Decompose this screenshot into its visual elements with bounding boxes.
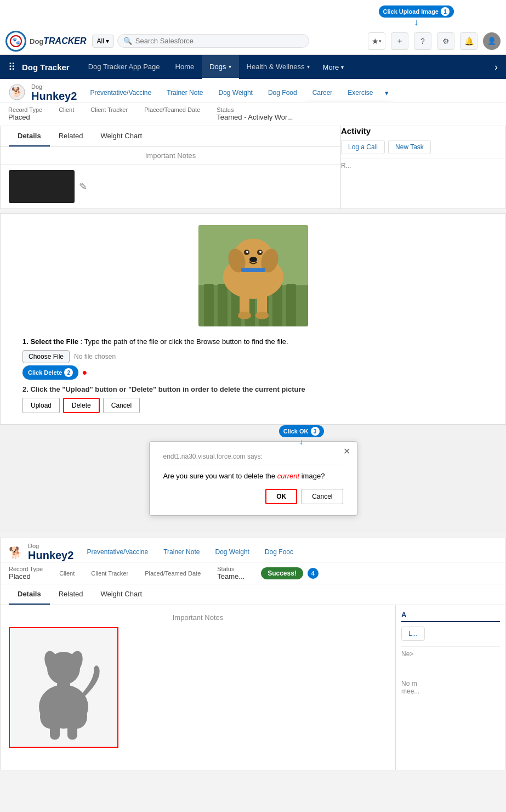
content-tabs: Details Related Weight Chart	[1, 126, 340, 147]
dialog-ok-button[interactable]: OK	[265, 489, 297, 504]
second-record-fields: Record Type Placed Client Client Tracker…	[1, 562, 505, 584]
delete-button[interactable]: Delete	[63, 398, 100, 413]
second-tab-dog-food[interactable]: Dog Fooc	[257, 544, 301, 561]
second-field-placed-date: Placed/Teamed Date	[145, 570, 201, 577]
question-icon: ?	[420, 37, 425, 46]
second-field-client-tracker: Client Tracker	[91, 570, 128, 577]
svg-rect-29	[57, 682, 70, 693]
step1-annotation: Click Upload Image 1	[379, 5, 454, 18]
dialog-cancel-button[interactable]: Cancel	[302, 489, 343, 504]
activity-buttons: Log a Call New Task	[341, 140, 505, 154]
bell-icon: 🔔	[464, 37, 474, 46]
activity-placeholder: R...	[341, 159, 505, 172]
nav-search-area: All ▾ 🔍	[92, 34, 368, 48]
record-type-field-value: Placed	[8, 113, 42, 121]
nav-more-button[interactable]: More ▾	[317, 63, 350, 71]
svg-text:🐕: 🐕	[12, 87, 22, 97]
second-tab-dog-weight[interactable]: Dog Weight	[207, 544, 257, 561]
second-record-name: Hunkey2	[28, 549, 73, 562]
nav-icons: ★ ▾ ＋ ? ⚙ 🔔 👤	[368, 32, 501, 50]
tab-career[interactable]: Career	[305, 84, 340, 102]
svg-rect-5	[218, 284, 228, 326]
second-important-notes: Important Notes	[9, 613, 387, 622]
main-content-area: Details Related Weight Chart Important N…	[0, 126, 506, 209]
all-button[interactable]: All ▾	[92, 35, 114, 48]
add-button[interactable]: ＋	[391, 32, 408, 50]
nav-right-arrow[interactable]: ›	[494, 61, 498, 73]
field-status: Status Teamed - Actively Wor...	[217, 106, 293, 121]
favorites-button[interactable]: ★ ▾	[368, 32, 385, 50]
content-tab-details[interactable]: Details	[9, 126, 50, 146]
status-field-value: Teamed - Actively Wor...	[217, 113, 293, 121]
svg-point-24	[255, 312, 269, 319]
second-tab-related[interactable]: Related	[50, 584, 92, 605]
edit-photo-icon[interactable]: ✎	[79, 181, 87, 193]
dialog-title: eridt1.na30.visual.force.com says:	[163, 453, 343, 465]
dialog-close-button[interactable]: ✕	[343, 446, 350, 456]
settings-button[interactable]: ⚙	[437, 32, 454, 50]
tab-dog-food[interactable]: Dog Food	[260, 84, 305, 102]
second-tab-details[interactable]: Details	[9, 584, 50, 605]
step2-annotation: Click Delete 2	[22, 365, 78, 380]
tracker-label: TRACKER	[43, 36, 86, 46]
second-tab-preventative[interactable]: Preventative/Vaccine	[79, 544, 156, 561]
no-meetings-label: No m mee...	[401, 680, 500, 695]
record-name-area: Dog Hunkey2	[31, 83, 77, 103]
tab-dog-weight[interactable]: Dog Weight	[211, 84, 260, 102]
dialog-message: Are you sure you want to delete the curr…	[163, 472, 343, 480]
top-navigation: 🐾 DogTRACKER All ▾ 🔍 ★ ▾ ＋	[0, 27, 506, 55]
sec-nav-items: Dog Tracker App Page Home Dogs ▾ Health …	[81, 55, 317, 79]
cancel-button[interactable]: Cancel	[103, 398, 140, 413]
content-tab-related[interactable]: Related	[50, 126, 92, 146]
second-activity-area: A L... Ne> No m mee...	[396, 605, 505, 770]
second-activity-next: Ne>	[401, 646, 500, 658]
search-box[interactable]: 🔍	[117, 34, 309, 48]
star-icon: ★	[372, 37, 379, 46]
new-task-button[interactable]: New Task	[388, 140, 431, 154]
record-name: Hunkey2	[31, 90, 77, 103]
log-call-button[interactable]: Log a Call	[341, 140, 385, 154]
grid-menu-button[interactable]: ⠿	[8, 61, 15, 73]
step1-file-instruction: 1. Select the File : Type the path of th…	[22, 337, 484, 346]
upload-button[interactable]: Upload	[22, 398, 60, 413]
second-log-call-button[interactable]: L...	[401, 627, 425, 641]
action-buttons: Upload Delete Cancel	[22, 398, 484, 413]
details-panel: Details Related Weight Chart Important N…	[1, 126, 341, 208]
second-record-type-label: Dog	[28, 543, 73, 549]
second-record-header: 🐕 Dog Hunkey2 Preventative/Vaccine Train…	[1, 538, 505, 562]
content-tab-weight-chart[interactable]: Weight Chart	[92, 126, 151, 146]
tab-preventative-vaccine[interactable]: Preventative/Vaccine	[82, 84, 159, 102]
second-tab-trainer-note[interactable]: Trainer Note	[156, 544, 207, 561]
svg-point-18	[259, 251, 261, 253]
notifications-button[interactable]: 🔔	[460, 32, 477, 50]
dog-photo-thumbnail	[9, 170, 75, 203]
paw-icon: 🐾	[12, 37, 20, 45]
tab-trainer-note[interactable]: Trainer Note	[159, 84, 211, 102]
step3-arrow-icon: ↓	[299, 437, 303, 446]
search-input[interactable]	[135, 37, 303, 45]
choose-file-button[interactable]: Choose File	[22, 350, 70, 363]
dog-silhouette-placeholder	[9, 627, 118, 748]
dog-silhouette-svg	[20, 635, 107, 740]
second-details-area: Important Notes	[1, 605, 396, 770]
second-content-tabs: Details Related Weight Chart	[1, 584, 505, 605]
user-avatar[interactable]: 👤	[483, 32, 501, 50]
svg-point-33	[67, 704, 87, 729]
nav-item-home[interactable]: Home	[168, 55, 202, 79]
confirm-dialog: Click OK 3 ↓ ✕ eridt1.na30.visual.force.…	[149, 441, 357, 516]
avatar-icon: 👤	[487, 37, 496, 45]
nav-item-app-page[interactable]: Dog Tracker App Page	[81, 55, 168, 79]
step2-file-instruction: 2. Click the "Upload" button or "Delete"…	[22, 385, 484, 393]
tab-overflow-button[interactable]: ▾ Health Clearance Upload Image Edit	[380, 84, 393, 101]
help-button[interactable]: ?	[414, 32, 431, 50]
nav-item-dogs[interactable]: Dogs ▾	[202, 55, 238, 79]
field-client: Client	[59, 106, 74, 113]
second-tab-weight-chart[interactable]: Weight Chart	[92, 584, 151, 605]
record-header: 🐕 Dog Hunkey2 Preventative/Vaccine Train…	[0, 79, 506, 103]
tab-exercise[interactable]: Exercise	[340, 84, 380, 102]
step3-annotation: Click OK 3	[279, 425, 324, 437]
nav-item-health-wellness[interactable]: Health & Wellness ▾	[239, 55, 317, 79]
dog-photo-large-container	[22, 225, 484, 326]
health-chevron-icon: ▾	[307, 64, 310, 70]
dialog-overlay: Click OK 3 ↓ ✕ eridt1.na30.visual.force.…	[0, 425, 506, 532]
